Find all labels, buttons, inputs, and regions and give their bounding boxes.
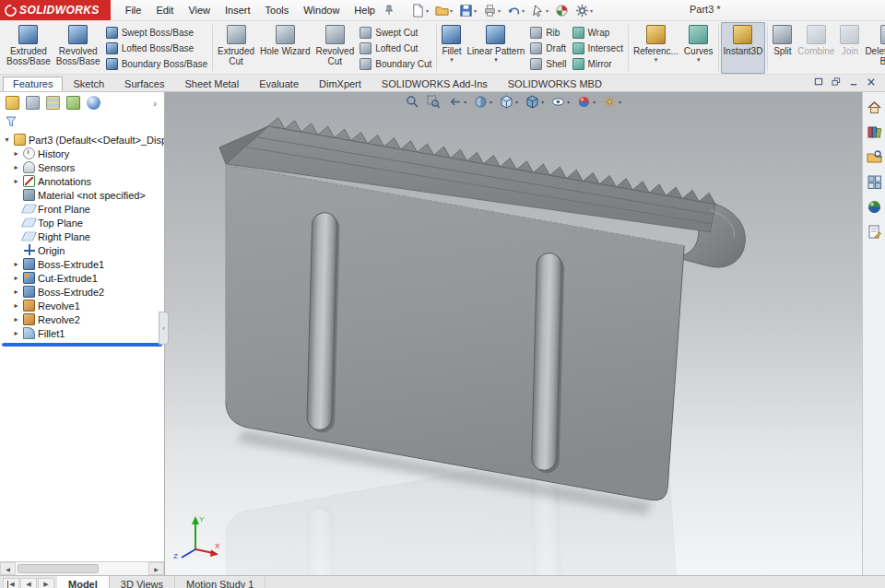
tree-item[interactable]: Revolve1 (0, 299, 164, 312)
select-button[interactable] (528, 2, 551, 19)
combine-button[interactable]: Combine (795, 22, 837, 74)
tree-item[interactable]: Boss-Extrude2 (0, 285, 164, 299)
appearances-scenes-icon[interactable] (867, 199, 882, 215)
tab-solidworks-add-ins[interactable]: SOLIDWORKS Add-Ins (372, 76, 498, 91)
3d-viewport-canvas[interactable] (165, 92, 862, 575)
tree-item[interactable]: Right Plane (0, 229, 164, 243)
tree-item[interactable]: Fillet1 (0, 326, 164, 340)
displaymanager-tab-icon[interactable] (87, 96, 100, 110)
tree-item[interactable]: Origin (0, 243, 164, 257)
rollback-bar[interactable] (2, 343, 162, 347)
new-document-button[interactable] (408, 2, 431, 19)
boundary-cut-button[interactable]: Boundary Cut (360, 56, 431, 71)
lofted-cut-button[interactable]: Lofted Cut (360, 41, 431, 55)
expand-arrow[interactable] (12, 301, 20, 310)
expand-arrow[interactable] (12, 149, 20, 158)
menu-edit[interactable]: Edit (148, 2, 181, 18)
menu-tools[interactable]: Tools (258, 2, 297, 18)
expand-arrow[interactable] (12, 315, 20, 323)
split-button[interactable]: Split (770, 22, 795, 74)
expand-arrow[interactable] (12, 177, 20, 185)
linear-pattern-button[interactable]: Linear Pattern (465, 22, 528, 74)
next-tab-button[interactable] (38, 578, 54, 588)
swept-cut-button[interactable]: Swept Cut (360, 25, 431, 40)
revolved-boss-base-button[interactable]: RevolvedBoss/Base (53, 22, 103, 74)
view-palette-icon[interactable] (867, 174, 882, 190)
filter-funnel-icon[interactable] (6, 116, 17, 127)
lofted-boss-base-button[interactable]: Lofted Boss/Base (106, 41, 207, 55)
display-style-button[interactable] (525, 95, 544, 109)
hole-wizard-button[interactable]: Hole Wizard (257, 22, 313, 74)
solidworks-resources-icon[interactable] (867, 100, 882, 115)
scroll-right-arrow[interactable]: ▶ (148, 562, 164, 575)
revolved-cut-button[interactable]: RevolvedCut (313, 22, 358, 74)
join-button[interactable]: Join (837, 22, 862, 74)
window-minimize-icon[interactable] (849, 77, 858, 87)
draft-button[interactable]: Draft (530, 41, 566, 55)
design-library-icon[interactable] (867, 124, 882, 140)
tab-evaluate[interactable]: Evaluate (249, 76, 309, 91)
menu-help[interactable]: Help (347, 2, 383, 18)
tab-solidworks-mbd[interactable]: SOLIDWORKS MBD (498, 76, 612, 91)
tree-item[interactable]: Revolve2 (0, 312, 164, 326)
open-button[interactable] (432, 2, 455, 19)
expand-arrow[interactable] (12, 260, 20, 268)
section-view-button[interactable] (474, 95, 492, 109)
tree-item[interactable]: Cut-Extrude1 (0, 271, 164, 285)
tab-sketch[interactable]: Sketch (63, 76, 114, 91)
intersect-small-button[interactable]: Intersect (572, 41, 623, 55)
custom-properties-icon[interactable] (867, 224, 882, 240)
undo-button[interactable] (504, 2, 527, 19)
model-tab[interactable]: Model (57, 576, 110, 588)
panel-tabs-overflow-chevron[interactable]: › (151, 98, 159, 109)
menu-file[interactable]: File (118, 2, 149, 18)
tab-dimxpert[interactable]: DimXpert (309, 76, 372, 91)
fillet-button[interactable]: Fillet (439, 22, 464, 74)
rib-button[interactable]: Rib (530, 25, 566, 40)
expand-arrow[interactable] (12, 274, 20, 282)
menu-view[interactable]: View (181, 2, 218, 18)
tab-surfaces[interactable]: Surfaces (114, 76, 174, 91)
tree-item-root[interactable]: Part3 (Default<<Default>_Display Sta (0, 133, 164, 147)
propertymanager-tab-icon[interactable] (26, 96, 40, 110)
first-tab-button[interactable] (3, 578, 19, 588)
tab-features[interactable]: Features (3, 76, 63, 91)
window-maximize-icon[interactable] (814, 77, 823, 87)
tree-item[interactable]: Boss-Extrude1 (0, 257, 164, 271)
zoom-to-area-button[interactable] (427, 95, 441, 109)
tree-item[interactable]: Front Plane (0, 202, 164, 216)
previous-view-button[interactable] (448, 95, 466, 109)
expand-arrow[interactable] (12, 329, 20, 337)
window-close-icon[interactable] (867, 77, 876, 87)
tab-sheet-metal[interactable]: Sheet Metal (174, 76, 249, 91)
scroll-thumb[interactable] (18, 564, 99, 573)
featuremanager-tab-icon[interactable] (6, 96, 19, 110)
configurationmanager-tab-icon[interactable] (46, 96, 60, 110)
expand-arrow[interactable] (12, 163, 20, 171)
expand-arrow[interactable] (3, 135, 11, 144)
print-button[interactable] (480, 2, 503, 19)
tree-item[interactable]: Sensors (0, 160, 164, 174)
motion-study-tab[interactable]: Motion Study 1 (175, 576, 266, 588)
dimxpertmanager-tab-icon[interactable] (66, 96, 80, 110)
zoom-to-fit-button[interactable] (406, 95, 419, 109)
mirror-button[interactable]: Mirror (572, 56, 623, 71)
window-restore-icon[interactable] (832, 77, 841, 87)
extruded-boss-base-button[interactable]: ExtrudedBoss/Base (4, 22, 53, 74)
expand-arrow[interactable] (12, 288, 20, 296)
previous-tab-button[interactable] (20, 578, 37, 588)
tree-item[interactable]: Top Plane (0, 216, 164, 229)
view-orientation-button[interactable] (500, 95, 518, 109)
instant3d-button[interactable]: Instant3D (721, 22, 766, 74)
pin-menu-icon[interactable] (384, 5, 394, 16)
panel-collapse-handle[interactable]: ‹ (159, 312, 169, 345)
tree-item[interactable]: Annotations (0, 174, 164, 188)
curves-button[interactable]: Curves (681, 22, 716, 74)
delete-keep-body-button[interactable]: Delete/KeepBody (862, 22, 885, 74)
hide-show-items-button[interactable] (551, 95, 570, 109)
edit-appearance-button[interactable] (577, 95, 596, 109)
3d-views-tab[interactable]: 3D Views (110, 576, 175, 588)
boundary-boss-base-button[interactable]: Boundary Boss/Base (106, 56, 207, 71)
swept-boss-base-button[interactable]: Swept Boss/Base (106, 25, 207, 40)
wrap-button[interactable]: Wrap (572, 25, 623, 40)
